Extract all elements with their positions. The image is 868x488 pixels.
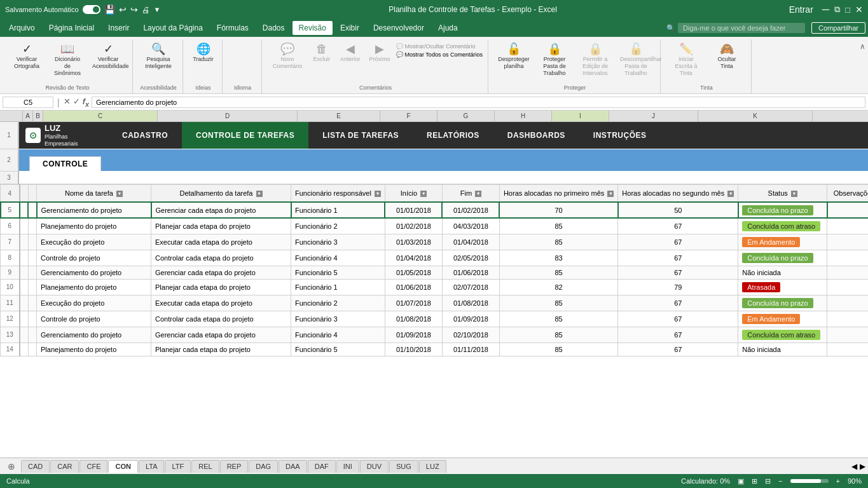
cell-nome-10[interactable]: Planejamento do projeto [37, 279, 151, 295]
menu-pagina-inicial[interactable]: Página Inicial [43, 21, 100, 35]
cell-det-9[interactable]: Gerenciar cada etapa do projeto [151, 266, 291, 279]
zoom-in-icon[interactable]: + [836, 477, 840, 485]
cell-ini-8[interactable]: 01/04/2018 [385, 250, 442, 266]
sheet-tab-rep[interactable]: REP [220, 460, 249, 473]
cell-a-5[interactable] [20, 202, 29, 218]
cell-fim-12[interactable]: 01/09/2018 [442, 311, 499, 327]
col-header-e[interactable]: E [298, 111, 380, 121]
ribbon-dicionario[interactable]: 📖 Dicionário de Sinônimos [48, 41, 86, 79]
cell-ini-7[interactable]: 01/03/2018 [385, 234, 442, 250]
ribbon-pesquisa[interactable]: 🔍 Pesquisa Inteligente [139, 41, 177, 72]
ribbon-collapse[interactable]: ∧ [860, 39, 865, 93]
ribbon-acessibilidade[interactable]: ✓ Verificar Acessibilidade [89, 41, 127, 72]
cell-obs-14[interactable] [827, 342, 868, 356]
cell-obs-12[interactable] [827, 311, 868, 327]
view-layout-icon[interactable]: ⊞ [752, 477, 757, 485]
cell-ini-9[interactable]: 01/05/2018 [385, 266, 442, 279]
maximize-icon[interactable]: □ [845, 5, 850, 15]
cell-h1-5[interactable]: 70 [499, 202, 617, 218]
zoom-slider[interactable] [790, 479, 829, 483]
cell-h1-13[interactable]: 85 [499, 327, 617, 342]
scroll-left-icon[interactable]: ◀ [851, 462, 857, 471]
cell-obs-7[interactable] [827, 234, 868, 250]
filter-fim-btn[interactable]: ▼ [475, 191, 481, 197]
cell-status-6[interactable]: Concluída com atraso [738, 218, 827, 234]
sheet-tab-daa[interactable]: DAA [279, 460, 307, 473]
cell-b-10[interactable] [28, 279, 37, 295]
cell-ini-5[interactable]: 01/01/2018 [385, 202, 442, 218]
sheet-tab-daf[interactable]: DAF [308, 460, 336, 473]
cell-h1-14[interactable]: 85 [499, 342, 617, 356]
customize-icon[interactable]: ▼ [154, 6, 161, 13]
cell-ini-13[interactable]: 01/09/2018 [385, 327, 442, 342]
view-normal-icon[interactable]: ▣ [738, 477, 744, 485]
header-horas2[interactable]: Horas alocadas no segundo mês ▼ [618, 185, 738, 203]
header-observacoes[interactable]: Observações ▼ [827, 185, 868, 203]
ribbon-desproteger[interactable]: 🔓 Desproteger planilha [495, 41, 533, 72]
menu-exibir[interactable]: Exibir [334, 21, 366, 35]
cell-fim-11[interactable]: 01/08/2018 [442, 295, 499, 311]
cell-obs-10[interactable] [827, 279, 868, 295]
cell-status-9[interactable]: Não iniciada [738, 266, 827, 279]
cell-det-14[interactable]: Planejar cada etapa do projeto [151, 342, 291, 356]
cell-status-13[interactable]: Concluída com atraso [738, 327, 827, 342]
menu-arquivo[interactable]: Arquivo [3, 21, 41, 35]
nav-tab-relatorios[interactable]: RELATÓRIOS [413, 122, 493, 149]
nav-tab-dashboards[interactable]: DASHBOARDS [493, 122, 579, 149]
cell-fim-13[interactable]: 02/10/2018 [442, 327, 499, 342]
cell-nome-5[interactable]: Gerenciamento do projeto [37, 202, 151, 218]
cell-det-5[interactable]: Gerenciar cada etapa do projeto [151, 202, 291, 218]
cell-func-13[interactable]: Funcionário 4 [291, 327, 385, 342]
cell-b-7[interactable] [28, 234, 37, 250]
nav-tab-cadastro[interactable]: CADASTRO [108, 122, 182, 149]
cell-status-7[interactable]: Em Andamento [738, 234, 827, 250]
cell-obs-5[interactable] [827, 202, 868, 218]
menu-formulas[interactable]: Fórmulas [210, 21, 255, 35]
cell-h1-7[interactable]: 85 [499, 234, 617, 250]
cell-nome-8[interactable]: Controle do projeto [37, 250, 151, 266]
nav-tab-controle[interactable]: CONTROLE DE TAREFAS [182, 122, 308, 149]
ribbon-proteger-pasta[interactable]: 🔒 Proteger Pasta de Trabalho [535, 41, 574, 79]
login-button[interactable]: Entrar [785, 3, 817, 16]
cell-h2-9[interactable]: 67 [618, 266, 738, 279]
sheet-tab-luz[interactable]: LUZ [419, 460, 446, 473]
sheet-tab-car[interactable]: CAR [50, 460, 79, 473]
undo-icon[interactable]: ↩ [119, 4, 127, 15]
cell-a-13[interactable] [20, 327, 29, 342]
cell-fim-14[interactable]: 01/11/2018 [442, 342, 499, 356]
menu-revisao[interactable]: Revisão [293, 21, 333, 35]
cell-a-9[interactable] [20, 266, 29, 279]
cell-det-13[interactable]: Gerenciar cada etapa do projeto [151, 327, 291, 342]
cell-h1-9[interactable]: 85 [499, 266, 617, 279]
cell-b-9[interactable] [28, 266, 37, 279]
cell-h2-7[interactable]: 67 [618, 234, 738, 250]
sheet-tab-ini[interactable]: INI [336, 460, 359, 473]
redo-icon[interactable]: ↪ [130, 4, 138, 15]
cell-func-10[interactable]: Funcionário 1 [291, 279, 385, 295]
cell-h1-8[interactable]: 83 [499, 250, 617, 266]
col-header-f[interactable]: F [380, 111, 437, 121]
restore-icon[interactable]: ⧉ [834, 4, 840, 15]
sheet-tab-ltf[interactable]: LTF [165, 460, 191, 473]
cell-fim-10[interactable]: 02/07/2018 [442, 279, 499, 295]
cell-h1-10[interactable]: 82 [499, 279, 617, 295]
sheet-tab-dag[interactable]: DAG [249, 460, 278, 473]
cell-ini-12[interactable]: 01/08/2018 [385, 311, 442, 327]
cell-b-5[interactable] [28, 202, 37, 218]
sheet-tab-lta[interactable]: LTA [139, 460, 165, 473]
cell-func-5[interactable]: Funcionário 1 [291, 202, 385, 218]
cell-b-8[interactable] [28, 250, 37, 266]
sheet-tab-sug[interactable]: SUG [389, 460, 418, 473]
cell-nome-13[interactable]: Gerenciamento do projeto [37, 327, 151, 342]
sheet-tab-cfe[interactable]: CFE [79, 460, 107, 473]
cell-b-12[interactable] [28, 311, 37, 327]
cell-fim-7[interactable]: 01/04/2018 [442, 234, 499, 250]
cell-obs-11[interactable] [827, 295, 868, 311]
filter-func-btn[interactable]: ▼ [375, 191, 381, 197]
sheet-tab-duv[interactable]: DUV [360, 460, 389, 473]
cell-h2-10[interactable]: 79 [618, 279, 738, 295]
cell-ini-10[interactable]: 01/06/2018 [385, 279, 442, 295]
cell-status-12[interactable]: Em Andamento [738, 311, 827, 327]
sub-tab-controle[interactable]: CONTROLE [29, 156, 101, 171]
cell-h2-14[interactable]: 67 [618, 342, 738, 356]
